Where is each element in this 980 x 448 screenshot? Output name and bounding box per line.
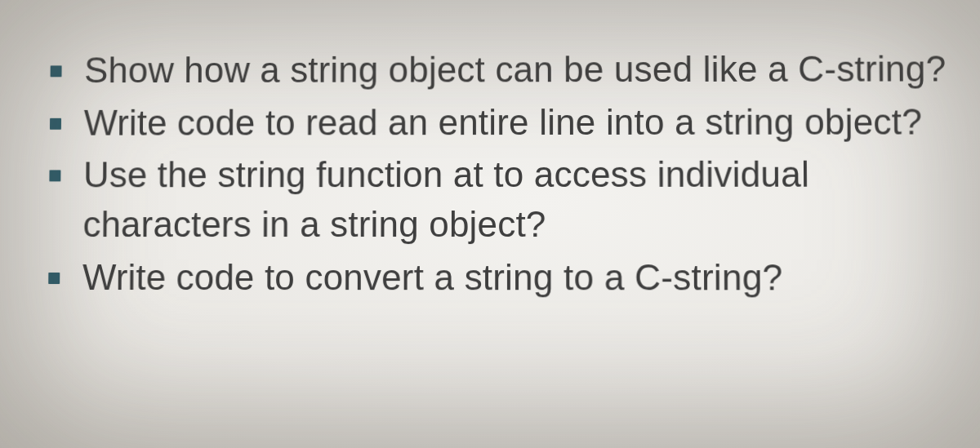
slide-content: Show how a string object can be used lik… — [1, 0, 980, 303]
bullet-item: Write code to convert a string to a C-st… — [82, 253, 967, 303]
bullet-text: Write code to read an entire line into a… — [83, 101, 922, 142]
bullet-list: Show how a string object can be used lik… — [1, 0, 980, 303]
bullet-item: Write code to read an entire line into a… — [83, 97, 965, 148]
bullet-text: Show how a string object can be used lik… — [84, 48, 947, 90]
bullet-item: Show how a string object can be used lik… — [84, 44, 965, 95]
bullet-text: Use the string function at to access ind… — [82, 154, 809, 244]
bullet-text: Write code to convert a string to a C-st… — [82, 257, 783, 297]
bullet-item: Use the string function at to access ind… — [82, 150, 966, 250]
